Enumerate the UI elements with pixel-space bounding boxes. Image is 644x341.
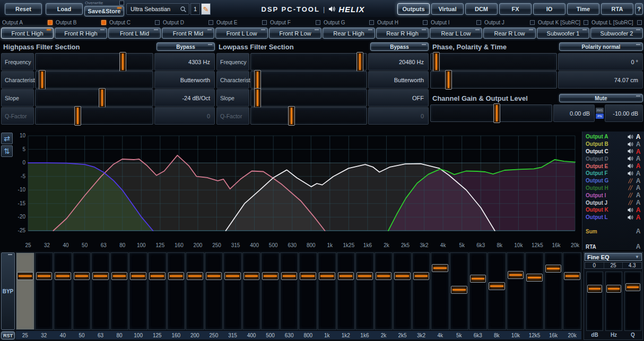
channel-tab-front-r-mid[interactable]: Front R Mid [162,28,214,39]
eq-band-800[interactable] [299,252,317,330]
slider-handle[interactable] [254,88,261,108]
gain-value[interactable]: 0.00 dB [553,104,595,122]
eq-band-handle[interactable] [545,265,562,273]
eq-band-handle[interactable] [470,275,486,283]
slider-handle[interactable] [99,88,106,108]
output-link-checkbox[interactable] [530,20,535,25]
channel-name[interactable]: Output L [586,214,626,220]
highpass-bypass-button[interactable]: Bypass [156,42,215,51]
eq-band-handle[interactable] [376,272,392,280]
output-link-checkbox[interactable] [423,20,428,25]
eq-band-handle[interactable] [281,272,298,280]
parameter-value[interactable]: 20480 Hz [368,53,429,71]
eq-band-80[interactable] [110,252,129,330]
channel-name[interactable]: Sum [586,229,626,234]
eq-band-handle[interactable] [564,272,580,280]
eq-band-handle[interactable] [432,264,448,272]
slider-handle[interactable] [119,52,126,72]
preset-letter[interactable]: A [634,155,642,162]
channel-name[interactable]: Output K [586,207,626,213]
eq-band-500[interactable] [261,252,280,330]
load-button[interactable]: Load [46,3,83,15]
channel-tab-front-l-low[interactable]: Front L Low [215,28,268,39]
preset-letter[interactable]: A [634,184,642,191]
output-link-checkbox[interactable] [101,20,106,25]
eq-band-handle[interactable] [55,272,71,280]
mute-slash-icon[interactable] [626,200,634,205]
eq-band-handle[interactable] [92,272,109,280]
parameter-value[interactable]: Butterworth [154,71,215,89]
overwrite-checkbox[interactable] [119,1,124,5]
channel-tab-front-l-high[interactable]: Front L High [1,28,54,39]
eq-band-handle[interactable] [36,272,53,280]
parameter-slider[interactable] [250,107,367,125]
phase-value[interactable]: 74.07 cm [558,71,643,89]
channel-name[interactable]: Output I [586,193,626,198]
output-link-checkbox[interactable] [369,20,374,25]
parameter-value[interactable]: 0 [154,107,215,125]
parameter-slider[interactable] [35,53,153,71]
speaker-icon[interactable] [626,215,634,220]
phase-slider[interactable] [430,71,557,89]
eq-band-handle[interactable] [74,272,90,280]
channel-name[interactable]: Output F [586,170,626,176]
fine-eq-slider-hz[interactable] [605,272,622,331]
mute-slash-icon[interactable] [626,185,634,190]
speaker-icon[interactable] [626,148,634,154]
lowpass-bypass-button[interactable]: Bypass [370,42,429,51]
nav-outputs[interactable]: Outputs [397,3,430,15]
eq-band-125[interactable] [148,252,167,330]
channel-tab-subwoofer-1[interactable]: Subwoofer 1 [537,28,589,39]
eq-band-400[interactable] [242,252,261,330]
eq-band-1k2[interactable] [337,252,355,330]
parameter-slider[interactable] [250,89,367,107]
preset-letter[interactable]: A [634,148,642,155]
phase-slider[interactable] [430,53,557,71]
eq-band-2k5[interactable] [393,252,412,330]
eq-band-handle[interactable] [300,272,316,280]
eq-band-100[interactable] [129,252,147,330]
eq-band-5k[interactable] [450,252,468,330]
nav-time[interactable]: Time [567,3,599,15]
eq-band-63[interactable] [91,252,110,330]
channel-name[interactable]: Output B [586,141,626,147]
rms-badge[interactable]: RMS [596,108,604,113]
slider-handle[interactable] [356,52,363,72]
eq-band-handle[interactable] [319,272,335,280]
output-link-checkbox[interactable] [476,20,481,25]
preset-letter[interactable]: A [634,177,642,185]
phase-value[interactable]: 0 ° [558,53,643,71]
eq-band-handle[interactable] [489,282,505,290]
parameter-slider[interactable] [35,71,153,89]
parameter-slider[interactable] [250,53,367,71]
channel-name[interactable]: Output E [586,163,626,169]
horizontal-zoom-icon[interactable]: ⇄ [1,133,13,144]
preset-letter[interactable]: A [634,133,642,141]
fine-eq-dropdown[interactable]: Fine EQ ▼ [585,253,642,261]
nav-virtual[interactable]: Virtual [431,3,464,15]
edit-preset-icon[interactable]: ✎ [201,3,211,15]
output-link-checkbox[interactable] [316,20,320,25]
eq-band-200[interactable] [186,252,204,330]
eq-band-3k2[interactable] [412,252,431,330]
eq-band-20k[interactable] [563,252,581,330]
reset-button[interactable]: Reset [5,3,42,15]
eq-band-315[interactable] [223,252,242,330]
preset-letter[interactable]: A [634,206,642,214]
eq-band-handle[interactable] [111,272,128,280]
fine-eq-handle[interactable] [606,285,621,293]
preset-letter[interactable]: A [634,214,642,221]
slider-handle[interactable] [445,70,452,90]
parameter-value[interactable]: -24 dB/Oct [154,89,215,107]
output-link-checkbox[interactable] [208,20,213,25]
parameter-value[interactable]: OFF [368,89,429,107]
preset-letter[interactable]: A [634,243,642,250]
eq-band-1k6[interactable] [355,252,374,330]
slider-handle[interactable] [288,106,295,126]
eq-band-handle[interactable] [413,272,430,280]
parameter-slider[interactable] [35,89,153,107]
channel-tab-front-r-low[interactable]: Front R Low [269,28,321,39]
speaker-icon[interactable] [626,207,634,213]
channel-name[interactable]: RTA [586,244,626,250]
eq-band-630[interactable] [280,252,299,330]
